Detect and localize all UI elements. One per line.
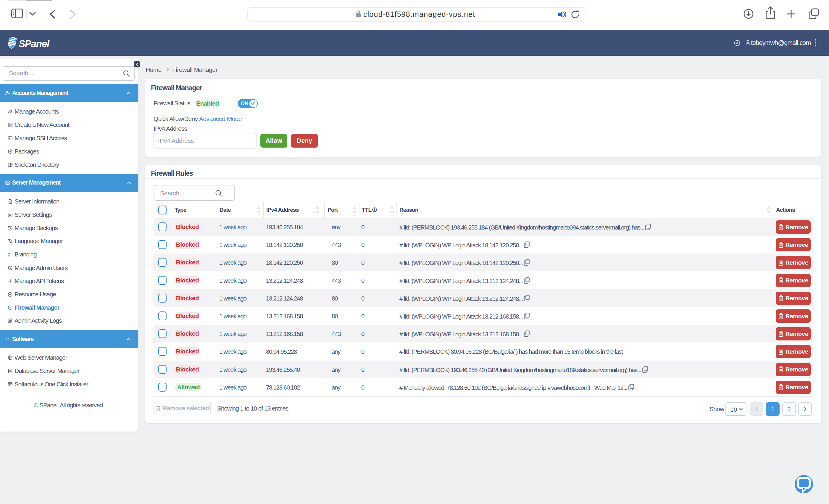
svg-text:aA: aA	[8, 255, 11, 257]
